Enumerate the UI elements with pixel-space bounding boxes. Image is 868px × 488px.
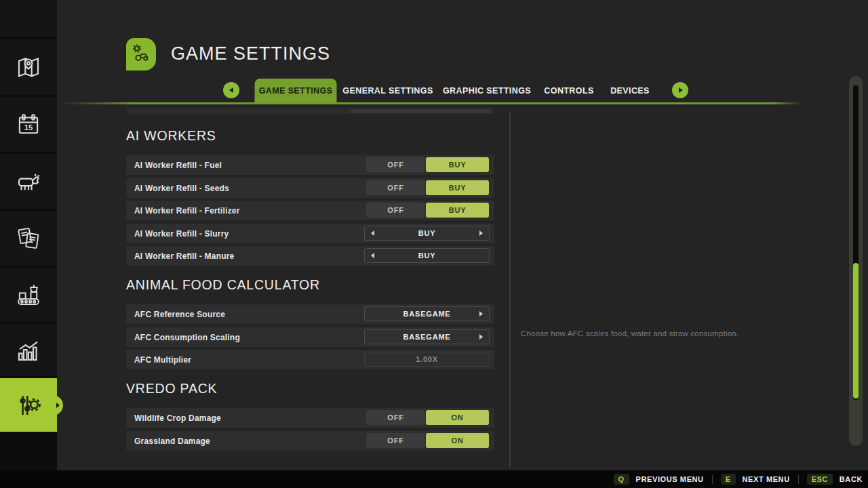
tabs-next-arrow-button[interactable] — [672, 82, 688, 98]
selector-right-arrow-icon[interactable] — [479, 230, 483, 236]
game-settings-screen: 15 — [0, 0, 868, 488]
settings-gear-icon — [14, 391, 43, 420]
setting-row[interactable]: Grassland DamageOFFON — [126, 431, 494, 451]
sidebar-item-contracts[interactable] — [0, 211, 57, 266]
tab-game-settings[interactable]: GAME SETTINGS — [255, 79, 337, 103]
scrollbar-thumb[interactable] — [853, 263, 859, 399]
section-title: VREDO PACK — [126, 381, 217, 396]
clipped-row — [126, 108, 494, 114]
sidebar-item-map[interactable] — [0, 39, 57, 95]
tabs-previous-arrow-button[interactable] — [223, 82, 239, 98]
scrollbar[interactable] — [849, 76, 863, 446]
selector-value: BUY — [418, 251, 436, 260]
sidebar-item-production[interactable] — [0, 268, 57, 322]
key-badge-e: E — [721, 474, 736, 485]
stats-icon — [14, 336, 43, 365]
sidebar: 15 — [0, 0, 57, 470]
selector-left-arrow-icon[interactable] — [371, 253, 374, 258]
hint-divider — [798, 475, 799, 484]
selector-right-arrow-icon[interactable] — [479, 311, 483, 317]
setting-label: AI Worker Refill - Slurry — [134, 229, 229, 239]
tab-general-settings[interactable]: GENERAL SETTINGS — [336, 79, 439, 103]
toggle-control: OFFBUY — [366, 203, 489, 218]
setting-label: AFC Reference Source — [134, 310, 225, 319]
setting-row[interactable]: AI Worker Refill - SlurryBUY — [126, 224, 494, 243]
page-title: GAME SETTINGS — [171, 43, 330, 64]
setting-label: AI Worker Refill - Seeds — [134, 184, 229, 193]
key-badge-q: Q — [614, 474, 629, 485]
help-text: Choose how AFC scales food, water and st… — [521, 329, 826, 338]
sidebar-empty-cell — [0, 0, 57, 37]
setting-label: Grassland Damage — [134, 436, 210, 446]
setting-row[interactable]: AI Worker Refill - SeedsOFFBUY — [126, 178, 494, 198]
option-selector[interactable]: BASEGAME — [364, 329, 490, 344]
toggle-option-on[interactable]: ON — [426, 433, 489, 448]
toggle-option-off[interactable]: OFF — [366, 203, 425, 218]
option-selector[interactable]: BUY — [364, 226, 490, 241]
setting-row[interactable]: AFC Multiplier1.00X — [126, 350, 494, 369]
toggle-option-off[interactable]: OFF — [366, 410, 425, 425]
toggle-option-on[interactable]: ON — [426, 410, 489, 425]
setting-row[interactable]: Wildlife Crop DamageOFFON — [126, 408, 494, 428]
hint-label-previous-menu: PREVIOUS MENU — [636, 475, 704, 483]
section-title: AI WORKERS — [126, 128, 216, 144]
setting-label: AFC Consumption Scaling — [134, 333, 240, 342]
calendar-icon: 15 — [14, 110, 43, 139]
right-triangle-icon — [56, 403, 60, 408]
svg-text:15: 15 — [24, 123, 33, 131]
selector-value: 1.00X — [416, 355, 438, 363]
setting-row[interactable]: AI Worker Refill - FuelOFFBUY — [126, 155, 494, 175]
setting-row[interactable]: AFC Reference SourceBASEGAME — [126, 304, 494, 324]
footer-hint-bar: QPREVIOUS MENUENEXT MENUESCBACK — [0, 470, 868, 488]
production-icon — [14, 281, 43, 309]
selector-left-arrow-icon[interactable] — [371, 230, 374, 236]
sidebar-item-settings[interactable] — [0, 378, 57, 432]
setting-row[interactable]: AI Worker Refill - FertilizerOFFBUY — [126, 201, 494, 220]
toggle-option-off[interactable]: OFF — [366, 433, 425, 448]
selector-right-arrow-icon[interactable] — [479, 334, 483, 340]
cow-icon — [14, 167, 43, 196]
toggle-option-buy[interactable]: BUY — [426, 180, 489, 195]
sidebar-item-calendar[interactable]: 15 — [0, 97, 57, 152]
section-title: ANIMAL FOOD CALCULATOR — [126, 277, 320, 293]
setting-row[interactable]: AFC Consumption ScalingBASEGAME — [126, 327, 494, 347]
tab-devices[interactable]: DEVICES — [604, 79, 656, 103]
option-selector[interactable]: BUY — [364, 248, 490, 263]
map-icon — [14, 53, 43, 81]
setting-label: AI Worker Refill - Fertilizer — [134, 206, 240, 216]
sidebar-item-statistics[interactable] — [0, 324, 57, 376]
toggle-option-buy[interactable]: BUY — [426, 157, 489, 172]
selector-value: BUY — [418, 229, 436, 237]
left-triangle-icon — [229, 87, 233, 93]
setting-label: AI Worker Refill - Manure — [134, 251, 234, 261]
toggle-option-off[interactable]: OFF — [366, 180, 425, 195]
toggle-option-buy[interactable]: BUY — [426, 203, 489, 218]
selector-value: BASEGAME — [403, 310, 451, 318]
tab-controls[interactable]: CONTROLS — [537, 79, 600, 103]
option-selector[interactable]: BASEGAME — [364, 306, 490, 321]
hint-divider — [712, 475, 713, 484]
hint-label-next-menu: NEXT MENU — [743, 475, 790, 483]
toggle-control: OFFBUY — [366, 157, 489, 172]
key-badge-esc: ESC — [807, 474, 833, 485]
selector-value: BASEGAME — [403, 333, 451, 341]
active-item-pointer — [51, 395, 63, 415]
documents-icon — [14, 224, 43, 253]
hint-label-back: BACK — [840, 475, 863, 483]
setting-label: AFC Multiplier — [134, 355, 191, 365]
setting-label: AI Worker Refill - Fuel — [134, 161, 222, 170]
tractor-gear-icon — [130, 41, 153, 67]
setting-label: Wildlife Crop Damage — [134, 413, 221, 423]
readonly-value-field: 1.00X — [364, 352, 490, 367]
toggle-option-off[interactable]: OFF — [366, 157, 425, 172]
setting-row[interactable]: AI Worker Refill - ManureBUY — [126, 246, 494, 266]
page-title-plate — [126, 38, 156, 70]
sidebar-item-animals[interactable] — [0, 154, 57, 209]
tab-underline — [61, 102, 802, 104]
toggle-control: OFFON — [366, 410, 489, 425]
tab-graphic-settings[interactable]: GRAPHIC SETTINGS — [436, 79, 538, 103]
help-panel-divider — [509, 112, 511, 468]
clipped-row-control — [351, 109, 490, 113]
toggle-control: OFFON — [366, 433, 489, 448]
toggle-control: OFFBUY — [366, 180, 489, 195]
